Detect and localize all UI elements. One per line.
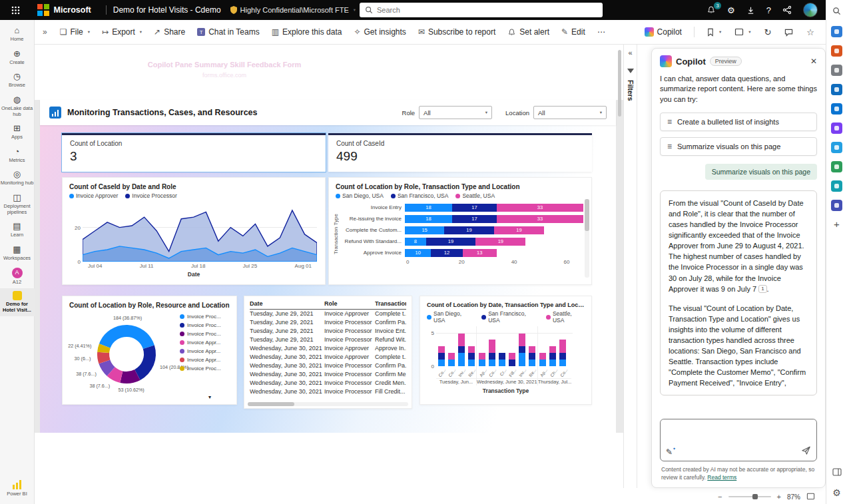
column-bar[interactable]: Ap... [477, 326, 487, 378]
table-row[interactable]: Tuesday, June 29, 2021Invoice ApproverCo… [250, 310, 406, 318]
count-of-caseid-card[interactable]: Count of CaseId 499 [328, 133, 592, 172]
pinned-app-1[interactable] [831, 26, 842, 37]
refresh-button[interactable]: ↻ [758, 20, 777, 45]
table-row[interactable]: Wednesday, June 30, 2021Invoice Approver… [250, 353, 406, 362]
sidebar-item-monitoring-hub[interactable]: ◎Monitoring hub [0, 166, 35, 190]
notifications-bell-icon[interactable]: 3 [706, 5, 716, 15]
sidebar-item-a12[interactable]: AA12 [0, 265, 35, 289]
citation-badge[interactable]: 1 [758, 285, 766, 293]
location-filter-dropdown[interactable]: All▾ [533, 106, 607, 119]
panel-toggle-icon[interactable] [832, 467, 842, 479]
copilot-input[interactable] [661, 419, 816, 443]
powerbi-logo[interactable]: Power BI [7, 475, 27, 504]
sidebar-item-onelake-data-hub[interactable]: ◍OneLake data hub [0, 92, 35, 121]
toolbar-export[interactable]: ↦Export▾ [96, 20, 148, 45]
donut-chart-visual[interactable]: Count of Location by Role, Resource and … [62, 296, 237, 405]
table-row[interactable]: Wednesday, June 30, 2021Invoice Processo… [250, 370, 406, 379]
column-bar[interactable]: Co... [436, 326, 446, 378]
account-avatar[interactable] [803, 3, 818, 17]
column-bar[interactable]: Ch... [548, 326, 558, 378]
view-button[interactable]: ▾ [728, 20, 756, 45]
pinned-app-4[interactable] [831, 84, 842, 95]
sensitivity-label[interactable]: Highly Confidential\Microsoft FTE ▾ [230, 6, 356, 14]
toolbar-edit[interactable]: ✎Edit [555, 20, 591, 45]
column-bar[interactable]: Co... [446, 326, 456, 378]
table-row[interactable]: Tuesday, June 29, 2021Invoice ProcessorC… [250, 318, 406, 327]
sidebar-item-demo-for-hotel-visit[interactable]: Demo for Hotel Visit... [0, 288, 35, 316]
waffle-menu-icon[interactable] [0, 0, 31, 20]
rail-settings-icon[interactable]: ⚙ [832, 487, 841, 498]
table-row[interactable]: Wednesday, June 30, 2021Invoice Approver… [250, 344, 406, 353]
sidebar-item-workspaces[interactable]: ▦Workspaces [0, 242, 35, 265]
column-chart-visual[interactable]: Count of Location by Date, Transaction T… [420, 296, 592, 405]
pinned-app-2[interactable] [831, 45, 842, 57]
role-filter-dropdown[interactable]: All▾ [419, 106, 492, 119]
pinned-app-9[interactable] [831, 180, 842, 192]
sidebar-item-create[interactable]: ⊕Create [0, 46, 35, 69]
zoom-in-icon[interactable]: + [777, 493, 781, 501]
filters-pane-collapsed[interactable]: « Filters [623, 45, 637, 488]
column-bar[interactable]: Fill... [507, 326, 517, 378]
zoom-out-icon[interactable]: − [718, 493, 722, 501]
pinned-app-3[interactable] [831, 65, 842, 76]
table-row[interactable]: Wednesday, June 30, 2021Invoice Processo… [250, 379, 406, 387]
legend-scroll-icon[interactable]: ▾ [208, 394, 211, 400]
rail-search-icon[interactable] [832, 6, 841, 18]
table-scrollbar[interactable] [248, 402, 408, 406]
copilot-suggestion-1[interactable]: ≡Create a bulleted list of insights [660, 113, 817, 131]
comments-button[interactable] [778, 20, 799, 45]
sidebar-item-metrics[interactable]: ◔Metrics [0, 144, 35, 167]
zoom-slider[interactable] [728, 496, 771, 497]
expand-nav-icon[interactable]: » [43, 27, 47, 37]
table-visual[interactable]: DateRoleTransaction Tuesday, June 29, 20… [244, 296, 412, 409]
column-bar[interactable]: Inv... [456, 326, 466, 378]
collapse-pane-icon[interactable]: « [628, 49, 632, 57]
pinned-app-5[interactable] [831, 103, 842, 115]
canvas-scrollbar[interactable] [618, 50, 621, 486]
toolbar-[interactable]: ⋯ [591, 20, 611, 45]
copilot-suggestion-2[interactable]: ≡Summarize visuals on this page [660, 137, 817, 156]
table-row[interactable]: Tuesday, June 29, 2021Invoice ProcessorR… [250, 336, 406, 344]
pinned-app-10[interactable] [831, 200, 842, 211]
column-bar[interactable]: Ap... [538, 326, 548, 378]
feedback-icon[interactable] [782, 5, 792, 15]
sidebar-item-home[interactable]: ⌂Home [0, 23, 35, 46]
toolbar-get-insights[interactable]: ✧Get insights [348, 20, 412, 45]
column-bar[interactable]: Re... [466, 326, 476, 378]
read-terms-link[interactable]: Read terms [707, 474, 736, 481]
zoom-slider-thumb[interactable] [752, 494, 758, 499]
settings-gear-icon[interactable]: ⚙ [727, 5, 735, 15]
toolbar-subscribe-to-report[interactable]: ✉Subscribe to report [412, 20, 501, 45]
favorite-star-icon[interactable]: ☆ [800, 20, 820, 45]
column-bar[interactable]: Co... [487, 326, 497, 378]
column-bar[interactable]: Co... [558, 326, 568, 378]
pinned-app-7[interactable] [831, 142, 842, 153]
close-copilot-icon[interactable]: ✕ [810, 57, 817, 66]
sidebar-item-deployment-pipelines[interactable]: ◫Deployment pipelines [0, 190, 35, 218]
pinned-app-6[interactable] [831, 123, 842, 134]
area-chart-visual[interactable]: Count of CaseId by Date and Role Invoice… [62, 177, 326, 285]
sidebar-item-apps[interactable]: ⊞Apps [0, 121, 35, 144]
toolbar-share[interactable]: ↗Share [148, 20, 191, 45]
bookmarks-button[interactable]: ▾ [701, 20, 727, 45]
toolbar-explore-this-data[interactable]: ▥Explore this data [266, 20, 348, 45]
search-input[interactable] [377, 6, 597, 14]
fit-to-page-icon[interactable] [806, 492, 815, 502]
bar-chart-scrollbar[interactable] [585, 199, 589, 278]
sidebar-item-learn[interactable]: ▤Learn [0, 218, 35, 242]
pinned-app-8[interactable] [831, 161, 842, 172]
copilot-input-box[interactable]: ✎✦ [660, 419, 817, 461]
table-row[interactable]: Wednesday, June 30, 2021Invoice Processo… [250, 362, 406, 370]
download-icon[interactable] [746, 6, 755, 15]
table-row[interactable]: Tuesday, June 29, 2021Invoice ProcessorI… [250, 327, 406, 336]
table-row[interactable]: Wednesday, June 30, 2021Invoice Processo… [250, 387, 406, 394]
count-of-location-card[interactable]: Count of Location 3 [62, 133, 326, 172]
toolbar-chat-in-teams[interactable]: TChat in Teams [191, 20, 265, 45]
global-search[interactable] [360, 3, 603, 17]
send-icon[interactable] [801, 445, 811, 458]
help-icon[interactable]: ? [766, 5, 771, 15]
report-title[interactable]: Demo for Hotel Visits - Cdemo [113, 5, 221, 15]
add-app-icon[interactable]: + [834, 219, 840, 229]
column-bar[interactable]: Re... [527, 326, 537, 378]
toolbar-file[interactable]: ❏File▾ [54, 20, 96, 45]
